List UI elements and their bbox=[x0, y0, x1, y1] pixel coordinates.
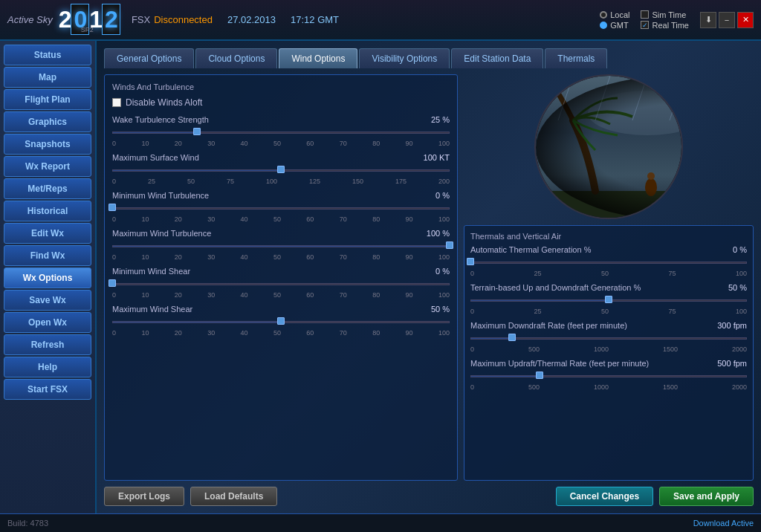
sidebar-item-wx-options[interactable]: Wx Options bbox=[4, 267, 91, 288]
slider-value-5: 50 % bbox=[431, 305, 450, 314]
slider-track-0[interactable] bbox=[470, 256, 747, 269]
slider-value-4: 0 % bbox=[435, 267, 450, 276]
status-value: Disconnected bbox=[154, 14, 213, 25]
save-apply-button[interactable]: Save and Apply bbox=[659, 487, 754, 506]
sidebar-item-graphics[interactable]: Graphics bbox=[4, 111, 91, 132]
local-radio-dot[interactable] bbox=[600, 11, 607, 19]
thermal-sliders: Automatic Thermal Generation %0 %0255075… bbox=[470, 245, 747, 391]
local-radio[interactable]: Local bbox=[600, 10, 629, 19]
logo-sp2: SP2 bbox=[81, 26, 94, 33]
header: Active Sky 2012 SP2 FSX Disconnected 27.… bbox=[0, 0, 761, 41]
sidebar-item-met/reps[interactable]: Met/Reps bbox=[4, 178, 91, 199]
sidebar-item-edit-wx[interactable]: Edit Wx bbox=[4, 223, 91, 244]
sidebar-item-flight-plan[interactable]: Flight Plan bbox=[4, 89, 91, 110]
tab-bar: General OptionsCloud OptionsWind Options… bbox=[104, 48, 754, 68]
slider-section-3: Maximum Wind Turbulence100 %010203040506… bbox=[112, 229, 450, 261]
sidebar-item-snapshots[interactable]: Snapshots bbox=[4, 134, 91, 155]
slider-section-1: Maximum Surface Wind100 KT02550751001251… bbox=[112, 153, 450, 185]
tab-general-options[interactable]: General Options bbox=[104, 48, 194, 68]
sidebar-item-save-wx[interactable]: Save Wx bbox=[4, 290, 91, 311]
header-time: 17:12 GMT bbox=[291, 14, 339, 25]
gmt-radio[interactable]: GMT bbox=[600, 21, 629, 30]
tab-cloud-options[interactable]: Cloud Options bbox=[195, 48, 277, 68]
slider-section-2: Maximum Downdraft Rate (feet per minute)… bbox=[470, 321, 747, 353]
export-logs-button[interactable]: Export Logs bbox=[104, 487, 184, 506]
disable-winds-row[interactable]: Disable Winds Aloft bbox=[112, 97, 450, 108]
slider-section-5: Maximum Wind Shear50 %010203040506070809… bbox=[112, 305, 450, 337]
slider-thumb-1[interactable] bbox=[277, 166, 285, 173]
slider-track-2[interactable] bbox=[112, 201, 450, 215]
content-area: General OptionsCloud OptionsWind Options… bbox=[97, 41, 761, 513]
slider-thumb-5[interactable] bbox=[277, 317, 285, 325]
tab-edit-station-data[interactable]: Edit Station Data bbox=[451, 48, 543, 68]
slider-thumb-1[interactable] bbox=[605, 296, 612, 303]
footer: Build: 4783 Download Active bbox=[0, 513, 761, 532]
slider-label-2: Maximum Downdraft Rate (feet per minute) bbox=[470, 321, 627, 330]
slider-thumb-3[interactable] bbox=[446, 241, 453, 249]
tab-thermals[interactable]: Thermals bbox=[545, 48, 607, 68]
slider-thumb-3[interactable] bbox=[536, 372, 543, 379]
app-name: Active Sky bbox=[7, 14, 53, 25]
right-panel: Thermals and Vertical Air Automatic Ther… bbox=[464, 74, 754, 481]
tab-wind-options[interactable]: Wind Options bbox=[279, 48, 357, 68]
cancel-changes-button[interactable]: Cancel Changes bbox=[556, 487, 653, 506]
time-radio-group[interactable]: Local GMT bbox=[600, 10, 629, 30]
slider-value-1: 100 KT bbox=[424, 153, 450, 162]
sim-time-checkbox[interactable] bbox=[641, 10, 649, 19]
sidebar-item-help[interactable]: Help bbox=[4, 357, 91, 377]
slider-thumb-2[interactable] bbox=[109, 204, 116, 211]
sidebar-item-start-fsx[interactable]: Start FSX bbox=[4, 379, 91, 400]
slider-value-1: 50 % bbox=[728, 283, 747, 292]
sim-time-check[interactable]: Sim Time bbox=[641, 10, 689, 19]
sidebar-item-historical[interactable]: Historical bbox=[4, 201, 91, 221]
disable-winds-label: Disable Winds Aloft bbox=[126, 97, 202, 108]
slider-thumb-0[interactable] bbox=[467, 258, 474, 265]
slider-track-3[interactable] bbox=[470, 369, 747, 383]
gmt-radio-dot[interactable] bbox=[600, 22, 607, 29]
load-defaults-button[interactable]: Load Defaults bbox=[190, 487, 277, 506]
weather-image bbox=[534, 74, 683, 219]
sidebar-item-find-wx[interactable]: Find Wx bbox=[4, 245, 91, 266]
slider-track-2[interactable] bbox=[470, 331, 747, 345]
slider-thumb-0[interactable] bbox=[193, 128, 201, 135]
slider-section-1: Terrain-based Up and Downdraft Generatio… bbox=[470, 283, 747, 315]
slider-thumb-2[interactable] bbox=[508, 334, 516, 341]
real-time-check[interactable]: Real Time bbox=[641, 21, 689, 30]
slider-track-0[interactable] bbox=[112, 126, 450, 139]
thermals-panel-title: Thermals and Vertical Air bbox=[470, 232, 747, 241]
bottom-left-buttons: Export Logs Load Defaults bbox=[104, 487, 277, 506]
sim-time-label: Sim Time bbox=[652, 10, 686, 19]
slider-section-0: Wake Turbulence Strength25 %010203040506… bbox=[112, 115, 450, 147]
sidebar-item-open-wx[interactable]: Open Wx bbox=[4, 312, 91, 333]
close-button[interactable]: ✕ bbox=[737, 12, 754, 28]
wind-panel: Winds And Turbulence Disable Winds Aloft… bbox=[104, 74, 458, 481]
slider-label-5: Maximum Wind Shear bbox=[112, 305, 192, 314]
slider-label-3: Maximum Wind Turbulence bbox=[112, 229, 211, 238]
slider-track-1[interactable] bbox=[470, 293, 747, 307]
slider-value-0: 0 % bbox=[733, 245, 747, 254]
download-link[interactable]: Download Active bbox=[693, 519, 754, 528]
slider-track-5[interactable] bbox=[112, 315, 450, 328]
disable-winds-checkbox[interactable] bbox=[112, 98, 121, 107]
weather-image-container bbox=[464, 74, 754, 219]
panel-area: Winds And Turbulence Disable Winds Aloft… bbox=[104, 74, 754, 481]
slider-value-3: 500 fpm bbox=[717, 359, 747, 368]
slider-value-3: 100 % bbox=[427, 229, 450, 238]
slider-section-0: Automatic Thermal Generation %0 %0255075… bbox=[470, 245, 747, 277]
slider-track-3[interactable] bbox=[112, 239, 450, 253]
slider-track-4[interactable] bbox=[112, 277, 450, 291]
real-time-checkbox[interactable] bbox=[641, 21, 649, 29]
sidebar-item-map[interactable]: Map bbox=[4, 67, 91, 88]
tab-visibility-options[interactable]: Visibility Options bbox=[359, 48, 450, 68]
sidebar-item-status[interactable]: Status bbox=[4, 45, 91, 65]
minimize-button[interactable]: − bbox=[719, 12, 735, 28]
slider-value-2: 300 fpm bbox=[717, 321, 747, 330]
slider-track-1[interactable] bbox=[112, 163, 450, 177]
header-options: Local GMT Sim Time Real Time ⬇ − ✕ bbox=[600, 10, 754, 30]
slider-section-4: Minimum Wind Shear0 %0102030405060708090… bbox=[112, 267, 450, 299]
download-button[interactable]: ⬇ bbox=[700, 12, 716, 28]
time-checkbox-group[interactable]: Sim Time Real Time bbox=[641, 10, 689, 30]
slider-thumb-4[interactable] bbox=[109, 279, 116, 287]
sidebar-item-refresh[interactable]: Refresh bbox=[4, 334, 91, 355]
sidebar-item-wx-report[interactable]: Wx Report bbox=[4, 156, 91, 177]
